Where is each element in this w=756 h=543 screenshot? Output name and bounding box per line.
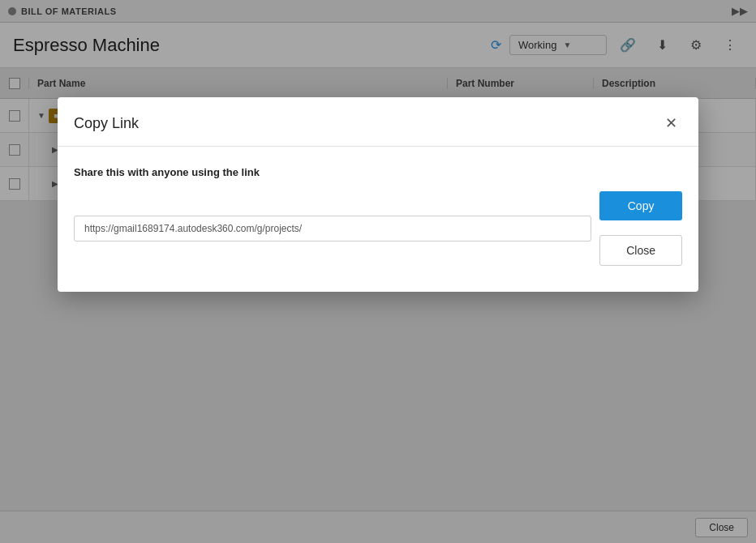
link-input[interactable] [74,216,591,242]
modal-header: Copy Link ✕ [58,97,698,147]
close-modal-button[interactable]: Close [599,235,682,266]
share-label: Share this with anyone using the link [74,166,682,178]
modal-body: Share this with anyone using the link Co… [58,147,698,292]
modal-overlay: Copy Link ✕ Share this with anyone using… [0,0,756,543]
link-row: Copy Close [74,191,682,266]
copy-button[interactable]: Copy [599,191,682,220]
modal-title: Copy Link [74,115,139,132]
copy-link-modal: Copy Link ✕ Share this with anyone using… [58,97,698,292]
modal-close-button[interactable]: ✕ [659,112,682,135]
action-buttons: Copy Close [599,191,682,266]
